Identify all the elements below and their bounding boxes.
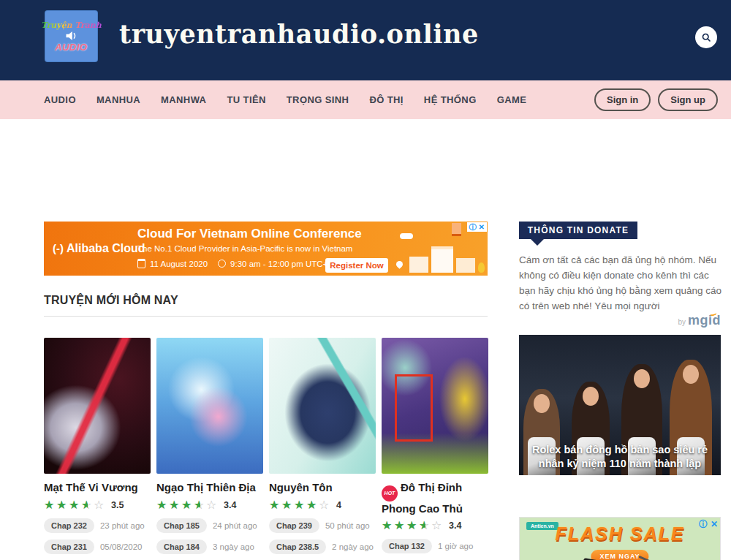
- star-icon: ☆★: [156, 499, 169, 511]
- nav-item-tu-tien[interactable]: TU TIÊN: [227, 94, 265, 105]
- alibaba-bracket-icon: (-): [53, 242, 64, 254]
- chapter-badge[interactable]: Chap 238.5: [269, 540, 326, 554]
- star-rating: ☆★☆★☆★☆★☆★: [156, 499, 219, 512]
- comic-title[interactable]: Ngạo Thị Thiên Địa: [156, 480, 263, 495]
- comic-card: Nguyên Tôn ☆★☆★☆★☆★☆★ 4 Chap 239 50 phút…: [269, 338, 376, 560]
- ad-info-icon[interactable]: ⓘ: [469, 224, 477, 231]
- nav-item-game[interactable]: GAME: [497, 94, 527, 105]
- native-ad[interactable]: Rolex bán đồng hồ bản sao siêu rẻ nhân k…: [519, 335, 721, 475]
- chapter-time: 50 phút ago: [325, 521, 370, 530]
- chapter-badge[interactable]: Chap 231: [44, 540, 94, 554]
- comic-title[interactable]: HOTĐô Thị Đỉnh Phong Cao Thủ: [382, 480, 488, 515]
- top-ad-banner[interactable]: (-)Alibaba Cloud Cloud For Vietnam Onlin…: [44, 222, 488, 276]
- chapter-badge[interactable]: Chap 132: [382, 539, 432, 553]
- flash-sale-ad[interactable]: Antien.vn FLASH SALE XEM NGAY ⓘ ✕: [519, 517, 721, 560]
- star-icon: ☆★: [394, 520, 406, 531]
- ad-title: Cloud For Vietnam Online Conference: [137, 227, 362, 241]
- star-icon: ☆★: [56, 499, 69, 511]
- star-icon: ☆★: [44, 499, 56, 511]
- comic-card: Mạt Thế Vi Vương ☆★☆★☆★☆★☆★ 3.5 Chap 232…: [44, 338, 151, 560]
- comic-cover-image[interactable]: [269, 338, 376, 474]
- sign-up-button[interactable]: Sign up: [658, 88, 718, 111]
- logo-text: Truyện Tranh: [41, 20, 102, 30]
- star-icon: ☆★: [382, 520, 394, 531]
- search-button[interactable]: [695, 26, 717, 48]
- chapter-row-2: Chap 231 05/08/2020: [44, 540, 151, 554]
- register-now-button[interactable]: Register Now: [325, 258, 388, 273]
- mgid-attribution: bymgid: [519, 313, 721, 328]
- chapter-time: 2 ngày ago: [332, 542, 374, 551]
- clock-icon: [218, 260, 226, 268]
- star-icon: ☆★: [181, 499, 194, 511]
- star-icon: ☆★: [206, 499, 219, 511]
- chapter-badge[interactable]: Chap 184: [156, 540, 207, 554]
- site-title[interactable]: truyentranhaudio.online: [119, 19, 479, 49]
- location-pin-icon: [395, 260, 404, 269]
- chapter-row-1: Chap 185 24 phút ago: [156, 518, 263, 533]
- star-icon: ☆★: [406, 520, 419, 531]
- mgid-logo[interactable]: mgid: [688, 313, 721, 328]
- search-icon: [701, 32, 712, 43]
- rating-row: ☆★☆★☆★☆★☆★ 4: [269, 499, 376, 512]
- star-icon: ☆★: [281, 499, 294, 511]
- comic-card: HOTĐô Thị Đỉnh Phong Cao Thủ ☆★☆★☆★☆★☆★ …: [382, 338, 488, 560]
- rating-row: ☆★☆★☆★☆★☆★ 3.4: [156, 499, 263, 512]
- section-title: TRUYỆN MỚI HÔM NAY: [44, 294, 178, 307]
- star-rating: ☆★☆★☆★☆★☆★: [382, 519, 444, 532]
- hot-badge: HOT: [382, 485, 398, 502]
- buildings-illustration: [409, 246, 485, 273]
- ad-controls: ⓘ ✕: [699, 520, 718, 529]
- ad-close-icon[interactable]: ✕: [479, 224, 485, 231]
- chapter-row-1: Chap 239 50 phút ago: [269, 518, 376, 533]
- rating-row: ☆★☆★☆★☆★☆★ 3.5: [44, 499, 151, 512]
- page: Truyện Tranh AUDIO truyentranhaudio.onli…: [0, 0, 731, 560]
- auth-buttons: Sign in Sign up: [594, 88, 718, 111]
- alibaba-cloud-logo: (-)Alibaba Cloud: [53, 242, 145, 255]
- comic-cover-image[interactable]: [156, 338, 263, 474]
- chapter-badge[interactable]: Chap 185: [156, 518, 207, 533]
- ad-fold-decoration: [452, 223, 461, 236]
- nav-item-manhwa[interactable]: MANHWA: [161, 94, 206, 105]
- donate-ribbon-tail: [531, 239, 544, 246]
- ad-info-icon[interactable]: ⓘ: [699, 520, 708, 529]
- rating-value: 3.5: [111, 500, 124, 510]
- ad-subtitle: The No.1 Cloud Provider in Asia-Pacific …: [137, 244, 352, 253]
- star-icon: ☆★: [431, 520, 444, 531]
- nav-items: AUDIO MANHUA MANHWA TU TIÊN TRỌNG SINH Đ…: [44, 94, 526, 105]
- star-icon: ☆★: [194, 499, 206, 511]
- comic-title[interactable]: Nguyên Tôn: [269, 480, 376, 495]
- star-icon: ☆★: [294, 499, 306, 511]
- sign-in-button[interactable]: Sign in: [594, 88, 651, 111]
- chapter-row-1: Chap 132 1 giờ ago: [382, 539, 488, 553]
- header: Truyện Tranh AUDIO truyentranhaudio.onli…: [0, 0, 731, 80]
- donate-text: Cám ơn tất cả các bạn đã ủng hộ nhóm. Nế…: [519, 253, 722, 314]
- flash-sale-title: FLASH SALE: [520, 523, 720, 545]
- chapter-time: 3 ngày ago: [213, 542, 254, 551]
- nav-item-do-thi[interactable]: ĐÔ THỊ: [369, 94, 403, 105]
- chapter-time: 24 phút ago: [213, 521, 257, 530]
- comic-title[interactable]: Mạt Thế Vi Vương: [44, 480, 151, 495]
- nav-item-trong-sinh[interactable]: TRỌNG SINH: [287, 94, 349, 105]
- comic-cover-image[interactable]: [382, 338, 488, 474]
- ad-meta: 11 August 2020 9:30 am - 12:00 pm UTC+07…: [137, 259, 349, 268]
- logo-audio-text: AUDIO: [55, 42, 87, 53]
- ad-date: 11 August 2020: [150, 260, 208, 268]
- donate-ribbon: THÔNG TIN DONATE: [519, 222, 637, 239]
- section-divider: [44, 316, 488, 317]
- chapter-badge[interactable]: Chap 239: [269, 518, 319, 533]
- nav-item-manhua[interactable]: MANHUA: [96, 94, 140, 105]
- site-logo[interactable]: Truyện Tranh AUDIO: [45, 11, 97, 61]
- star-rating: ☆★☆★☆★☆★☆★: [44, 499, 106, 512]
- main-nav: AUDIO MANHUA MANHWA TU TIÊN TRỌNG SINH Đ…: [0, 80, 731, 119]
- ad-controls: ⓘ ✕: [467, 222, 487, 232]
- ad-close-icon[interactable]: ✕: [711, 520, 718, 529]
- comic-card: Ngạo Thị Thiên Địa ☆★☆★☆★☆★☆★ 3.4 Chap 1…: [156, 338, 263, 560]
- comic-cover-image[interactable]: [44, 338, 151, 474]
- calendar-icon: [137, 259, 145, 268]
- star-icon: ☆★: [94, 499, 106, 511]
- nav-item-he-thong[interactable]: HỆ THỐNG: [424, 94, 477, 105]
- star-icon: ☆★: [419, 520, 431, 531]
- nav-item-audio[interactable]: AUDIO: [44, 94, 76, 105]
- chapter-row-2: Chap 238.5 2 ngày ago: [269, 540, 376, 554]
- chapter-badge[interactable]: Chap 232: [44, 518, 94, 533]
